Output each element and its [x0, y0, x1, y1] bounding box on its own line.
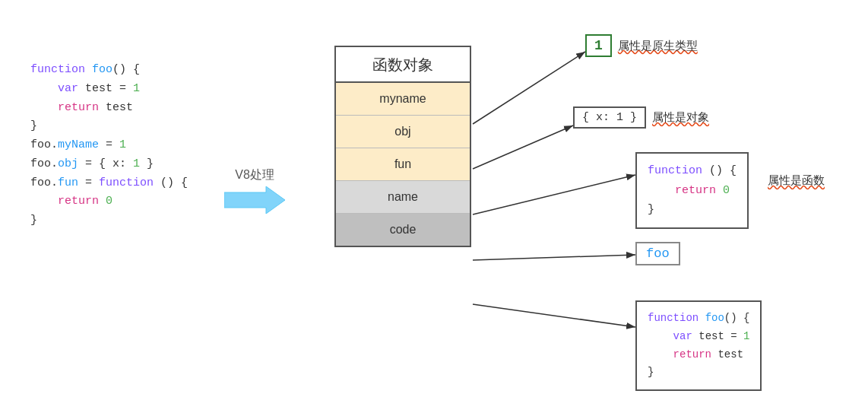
- main-container: function foo() { var test = 1 return tes…: [0, 0, 868, 413]
- left-code-block: function foo() { var test = 1 return tes…: [30, 61, 188, 230]
- foo-name-box: foo: [635, 242, 680, 265]
- primitive-label: 属性是原生类型: [618, 39, 698, 53]
- func-obj-row-name: name: [336, 181, 470, 214]
- object-label: 属性是对象: [652, 110, 709, 125]
- big-arrow-icon: [224, 186, 285, 214]
- func-obj-title: 函数对象: [336, 47, 470, 83]
- func-ann-line2: return 0: [648, 181, 737, 201]
- code-ann-line2: var test = 1: [648, 328, 749, 346]
- svg-line-4: [473, 255, 635, 260]
- code-ann-line1: function foo() {: [648, 310, 749, 328]
- func-ann-line3: }: [648, 200, 737, 220]
- primitive-annotation: 1 属性是原生类型: [585, 34, 698, 57]
- svg-line-1: [473, 52, 585, 124]
- func-label: 属性是函数: [768, 173, 825, 188]
- v8-arrow-section: V8处理: [224, 167, 285, 214]
- svg-line-3: [473, 175, 635, 214]
- code-line-7: foo.fun = function () {: [30, 174, 188, 193]
- svg-line-5: [473, 304, 635, 327]
- code-line-9: }: [30, 211, 188, 230]
- code-ann-line4: }: [648, 364, 749, 382]
- svg-line-2: [473, 125, 573, 169]
- arrow-label: V8处理: [235, 167, 274, 183]
- code-line-8: return 0: [30, 192, 188, 211]
- func-obj-row-fun: fun: [336, 148, 470, 181]
- code-line-6: foo.obj = { x: 1 }: [30, 155, 188, 174]
- code-line-1: function foo() {: [30, 61, 188, 80]
- code-line-5: foo.myName = 1: [30, 136, 188, 155]
- svg-marker-0: [224, 186, 285, 214]
- code-annotation-box: function foo() { var test = 1 return tes…: [635, 300, 762, 391]
- function-annotation-box: function () { return 0 }: [635, 152, 749, 229]
- func-ann-line1: function () {: [648, 161, 737, 181]
- primitive-value: 1: [585, 34, 612, 57]
- code-line-4: }: [30, 117, 188, 136]
- code-line-3: return test: [30, 99, 188, 118]
- func-obj-box: 函数对象 myname obj fun name code: [334, 46, 471, 247]
- func-obj-row-myname: myname: [336, 83, 470, 116]
- code-ann-line3: return test: [648, 346, 749, 364]
- object-annotation: { x: 1 } 属性是对象: [573, 106, 709, 129]
- func-obj-row-code: code: [336, 214, 470, 246]
- object-value: { x: 1 }: [573, 106, 646, 129]
- func-obj-row-obj: obj: [336, 116, 470, 148]
- code-line-2: var test = 1: [30, 80, 188, 99]
